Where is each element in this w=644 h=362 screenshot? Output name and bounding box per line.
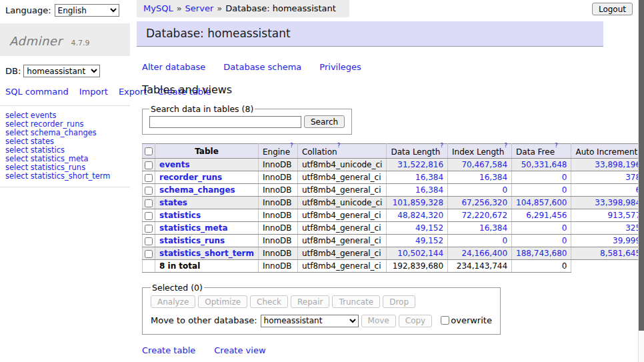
language-select[interactable]: English — [55, 4, 119, 17]
cell-index-length-link[interactable]: 67,256,320 — [461, 198, 507, 207]
cell-data-free-link[interactable]: 0 — [562, 173, 567, 182]
row-check-cell — [143, 184, 155, 197]
table-name-link[interactable]: events — [159, 160, 190, 169]
cell-auto-increment-link[interactable]: 39,999 — [613, 236, 641, 245]
table-row: eventsInnoDButf8mb4_unicode_ci31,522,816… — [143, 159, 644, 171]
truncate-button[interactable]: Truncate — [332, 295, 380, 308]
column-help-link[interactable]: ? — [555, 142, 558, 149]
drop-button[interactable]: Drop — [383, 295, 415, 308]
column-label: Index Length — [452, 147, 504, 157]
move-database-select[interactable]: homeassistant — [261, 315, 359, 327]
total-index-length: 234,143,744 — [448, 260, 512, 273]
breadcrumb-link[interactable]: Server — [185, 3, 214, 13]
cell-auto-increment: 378 — [571, 171, 644, 184]
repair-button[interactable]: Repair — [291, 295, 329, 308]
table-name-link[interactable]: recorder_runs — [159, 173, 222, 182]
cell-data-length-link[interactable]: 49,152 — [415, 236, 443, 245]
row-checkbox[interactable] — [145, 199, 153, 207]
action-link-alter-database[interactable]: Alter database — [142, 62, 205, 72]
total-check-cell — [143, 260, 155, 273]
row-check-cell — [143, 209, 155, 222]
overwrite-checkbox[interactable] — [441, 316, 449, 325]
breadcrumb-link[interactable]: MySQL — [143, 3, 173, 13]
logout-button[interactable]: Logout — [592, 3, 633, 15]
optimize-button[interactable]: Optimize — [198, 295, 247, 308]
header-row: TableEngine?Collation?Data Length?Index … — [143, 144, 644, 159]
row-checkbox[interactable] — [145, 237, 153, 245]
search-button[interactable]: Search — [304, 115, 345, 128]
select-all-checkbox[interactable] — [145, 147, 153, 155]
cell-index-length-link[interactable]: 70,467,584 — [461, 160, 507, 169]
scrollbar-track[interactable] — [638, 0, 644, 362]
cell-index-length-link[interactable]: 24,166,400 — [461, 249, 507, 258]
table-name-link[interactable]: states — [159, 198, 187, 207]
cell-auto-increment-link[interactable]: 913,577 — [607, 211, 641, 220]
analyze-button[interactable]: Analyze — [151, 295, 195, 308]
table-name-link[interactable]: statistics — [159, 211, 201, 220]
cell-data-length-link[interactable]: 16,384 — [415, 185, 443, 195]
cell-data-length-link[interactable]: 10,502,144 — [397, 249, 443, 258]
app-version: 4.7.9 — [71, 39, 90, 47]
cell-index-length: 0 — [448, 184, 512, 197]
row-checkbox[interactable] — [145, 225, 153, 233]
cell-table-name: schema_changes — [155, 184, 259, 197]
cell-data-free-link[interactable]: 0 — [562, 185, 567, 195]
cell-index-length-link[interactable]: 16,384 — [479, 223, 507, 233]
table-name-link[interactable]: statistics_runs — [159, 236, 225, 245]
cell-index-length-link[interactable]: 16,384 — [479, 173, 507, 182]
row-checkbox[interactable] — [145, 174, 153, 182]
row-checkbox[interactable] — [145, 161, 153, 169]
search-input[interactable] — [149, 116, 301, 128]
table-name-link[interactable]: statistics_short_term — [159, 249, 254, 258]
cell-data-free-link[interactable]: 50,331,648 — [521, 160, 567, 169]
cell-index-length-link[interactable]: 0 — [502, 185, 507, 195]
cell-index-length-link[interactable]: 0 — [502, 236, 507, 245]
tables-and-views-heading: Tables and views — [142, 83, 603, 96]
column-label: Data Free — [516, 147, 555, 157]
copy-button[interactable]: Copy — [399, 315, 432, 327]
cell-data-free-link[interactable]: 104,857,600 — [516, 198, 567, 207]
cell-data-length-link[interactable]: 101,859,328 — [393, 198, 443, 207]
link-create-view[interactable]: Create view — [214, 345, 265, 355]
link-create-table[interactable]: Create table — [142, 345, 195, 355]
cell-collation: utf8mb4_general_ci — [297, 235, 387, 247]
column-help-link[interactable]: ? — [504, 142, 507, 149]
action-link-database-schema[interactable]: Database schema — [223, 62, 301, 72]
table-name-link[interactable]: schema_changes — [159, 185, 235, 195]
cell-auto-increment-link[interactable]: 33,898,196 — [595, 160, 641, 169]
table-name-link[interactable]: statistics_meta — [159, 223, 228, 233]
move-button[interactable]: Move — [361, 315, 396, 327]
column-label: Auto Increment — [575, 147, 637, 157]
check-button[interactable]: Check — [250, 295, 288, 308]
page: Language:English Adminer 4.7.9 DB:homeas… — [0, 0, 638, 362]
cell-data-free-link[interactable]: 188,743,680 — [516, 249, 567, 258]
scrollbar-thumb[interactable] — [639, 0, 644, 331]
cell-auto-increment-link[interactable]: 33,398,984 — [595, 198, 641, 207]
cell-data-length-link[interactable]: 49,152 — [415, 223, 443, 233]
cell-collation: utf8mb4_general_ci — [297, 247, 387, 260]
cell-index-length: 24,166,400 — [448, 247, 512, 260]
sidebar-select-table-link[interactable]: select statistics_short_term — [5, 172, 125, 181]
cell-data-length-link[interactable]: 16,384 — [415, 173, 443, 182]
row-checkbox[interactable] — [145, 212, 153, 220]
sidebar-link-import[interactable]: Import — [79, 87, 108, 97]
column-help-link[interactable]: ? — [337, 142, 341, 149]
column-help-link[interactable]: ? — [440, 142, 443, 149]
cell-data-free-link[interactable]: 0 — [562, 223, 567, 233]
row-checkbox[interactable] — [145, 250, 153, 258]
sidebar-link-sql-command[interactable]: SQL command — [5, 87, 69, 97]
column-help-link[interactable]: ? — [290, 142, 293, 149]
action-link-privileges[interactable]: Privileges — [319, 62, 361, 72]
cell-data-length-link[interactable]: 31,522,816 — [397, 160, 443, 169]
cell-data-free-link[interactable]: 0 — [562, 236, 567, 245]
cell-data-length: 31,522,816 — [387, 159, 448, 171]
row-checkbox[interactable] — [145, 187, 153, 195]
cell-data-length: 49,152 — [387, 222, 448, 235]
app-name: Adminer — [9, 34, 62, 48]
overwrite-label: overwrite — [451, 315, 492, 325]
cell-auto-increment-link[interactable]: 8,581,645 — [600, 249, 641, 258]
cell-index-length-link[interactable]: 72,220,672 — [461, 211, 507, 220]
db-select[interactable]: homeassistant — [23, 65, 100, 77]
cell-data-free-link[interactable]: 6,291,456 — [526, 211, 567, 220]
cell-data-length-link[interactable]: 48,824,320 — [397, 211, 443, 220]
